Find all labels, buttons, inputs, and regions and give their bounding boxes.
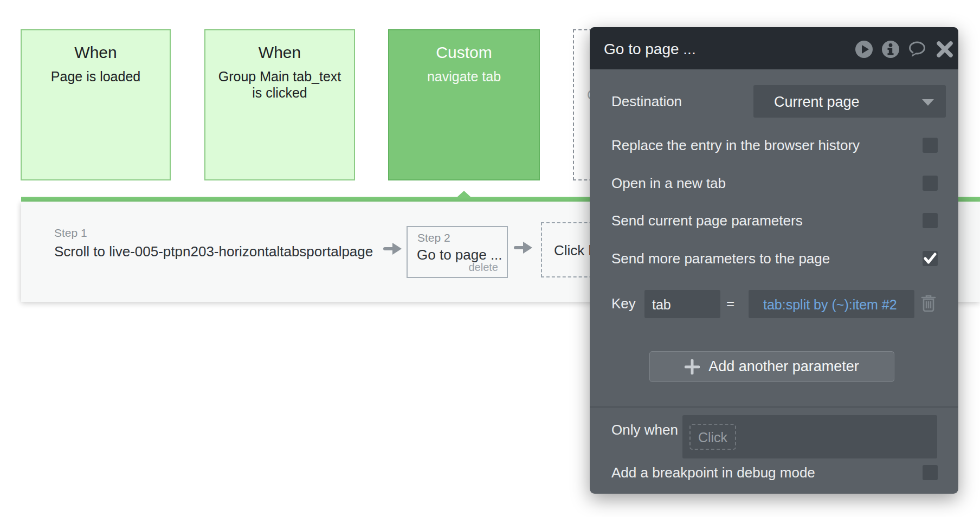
event-type-label: When [22,43,170,62]
arrow-right-icon [383,241,403,257]
open-new-tab-checkbox[interactable] [923,176,938,191]
only-when-condition-input[interactable]: Click [682,415,937,458]
parameter-expression: tab:split by (~):item #2 [763,290,897,318]
event-type-label: Custom [389,43,539,62]
run-icon[interactable] [855,40,873,59]
checkmark-icon [924,253,937,264]
condition-placeholder[interactable]: Click [689,424,736,450]
replace-history-checkbox[interactable] [923,138,938,153]
parameter-key-input[interactable]: tab [644,290,720,318]
modal-title: Go to page ... [604,27,696,69]
step-number-label: Step 1 [54,227,373,240]
event-subtitle: Group Main tab_text is clicked [217,68,342,101]
event-card-custom-navigate-tab[interactable]: Custom navigate tab [388,29,540,180]
breakpoint-checkbox[interactable] [923,465,938,480]
comment-icon[interactable] [908,40,926,59]
chevron-down-icon [922,99,934,106]
parameter-key-value: tab [652,290,671,318]
section-divider [590,406,958,408]
event-card-page-loaded[interactable]: When Page is loaded [21,29,171,180]
step-1[interactable]: Step 1 Scroll to live-005-ptpn203-horizo… [54,227,373,260]
parameter-value-input[interactable]: tab:split by (~):item #2 [749,290,914,318]
destination-selected-value: Current page [774,85,860,118]
step-2-selected[interactable]: Step 2 Go to page ... delete [407,226,508,278]
close-icon[interactable] [936,40,954,59]
equals-sign: = [726,295,734,312]
send-current-params-label: Send current page parameters [611,213,803,228]
breakpoint-label: Add a breakpoint in debug mode [611,465,815,480]
open-new-tab-label: Open in a new tab [611,176,726,191]
event-subtitle: Page is loaded [34,68,158,85]
send-more-params-label: Send more parameters to the page [611,251,830,266]
modal-header[interactable]: Go to page ... [590,27,958,69]
only-when-label: Only when [611,422,678,438]
destination-label: Destination [611,93,682,110]
send-current-params-checkbox[interactable] [923,213,938,228]
add-another-parameter-label: Add another parameter [708,358,859,375]
key-label: Key [611,295,636,312]
trash-icon[interactable] [920,294,937,312]
destination-dropdown[interactable]: Current page [753,85,946,118]
event-type-label: When [205,43,354,62]
delete-step-link[interactable]: delete [469,261,499,274]
replace-history-label: Replace the entry in the browser history [611,138,860,153]
event-subtitle: navigate tab [401,68,527,85]
action-properties-modal: Go to page ... Desti [590,27,958,494]
plus-icon [685,359,700,374]
step-action-text: Scroll to live-005-ptpn203-horizontaltab… [54,243,373,260]
info-icon[interactable] [881,40,900,59]
send-more-params-checkbox[interactable] [923,251,938,266]
event-card-group-main-clicked[interactable]: When Group Main tab_text is clicked [204,29,355,180]
workflow-editor: When Page is loaded When Group Main tab_… [0,0,980,517]
add-another-parameter-button[interactable]: Add another parameter [649,351,894,382]
arrow-right-icon [514,240,533,256]
step-number-label: Step 2 [417,231,450,244]
